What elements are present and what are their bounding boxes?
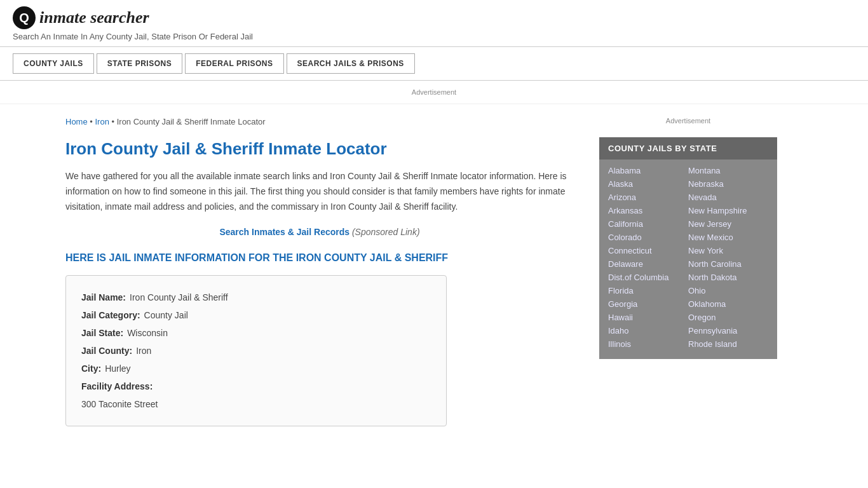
jail-name-value: Iron County Jail & Sheriff — [130, 288, 228, 306]
breadcrumb-separator2: • — [112, 117, 117, 126]
state-link[interactable]: Alabama — [608, 165, 688, 177]
state-link[interactable]: New Mexico — [688, 231, 768, 243]
breadcrumb: Home • Iron • Iron County Jail & Sheriff… — [65, 117, 574, 126]
state-col-right: MontanaNebraskaNevadaNew HampshireNew Je… — [688, 165, 768, 350]
state-columns: AlabamaAlaskaArizonaArkansasCaliforniaCo… — [599, 159, 777, 359]
jail-address-value-row: 300 Taconite Street — [81, 395, 431, 413]
state-link[interactable]: Oklahoma — [688, 298, 768, 310]
section-heading: HERE IS JAIL INMATE INFORMATION FOR THE … — [65, 252, 574, 264]
nav-search-jails[interactable]: SEARCH JAILS & PRISONS — [287, 53, 415, 74]
jail-category-row: Jail Category: County Jail — [81, 306, 431, 324]
state-link[interactable]: Hawaii — [608, 311, 688, 323]
state-link[interactable]: New Hampshire — [688, 205, 768, 217]
state-link[interactable]: California — [608, 218, 688, 230]
sidebar: Advertisement COUNTY JAILS BY STATE Alab… — [587, 104, 777, 439]
jail-address-row: Facility Address: — [81, 377, 431, 395]
jail-county-label: Jail County: — [81, 342, 132, 360]
main-layout: Home • Iron • Iron County Jail & Sheriff… — [53, 104, 815, 439]
jail-address-label: Facility Address: — [81, 377, 153, 395]
logo-circle-icon: Q — [13, 6, 36, 29]
breadcrumb-home[interactable]: Home — [65, 117, 88, 126]
jail-name-label: Jail Name: — [81, 288, 126, 306]
sponsored-link[interactable]: Search Inmates & Jail Records — [219, 227, 349, 237]
sponsored-note: (Sponsored Link) — [352, 227, 420, 237]
nav-state-prisons[interactable]: STATE PRISONS — [97, 53, 182, 74]
state-link[interactable]: Nevada — [688, 191, 768, 203]
ad-banner: Advertisement — [0, 81, 868, 104]
state-link[interactable]: New Jersey — [688, 218, 768, 230]
state-link[interactable]: Delaware — [608, 258, 688, 270]
state-box: COUNTY JAILS BY STATE AlabamaAlaskaArizo… — [599, 137, 777, 359]
logo-brand-text: inmate searcher — [39, 8, 149, 27]
state-link[interactable]: Alaska — [608, 178, 688, 190]
info-box: Jail Name: Iron County Jail & Sheriff Ja… — [65, 275, 447, 426]
jail-name-row: Jail Name: Iron County Jail & Sheriff — [81, 288, 431, 306]
state-box-title: COUNTY JAILS BY STATE — [599, 137, 777, 159]
state-link[interactable]: Colorado — [608, 231, 688, 243]
jail-county-value: Iron — [136, 342, 151, 360]
jail-city-label: City: — [81, 360, 101, 377]
state-link[interactable]: Oregon — [688, 311, 768, 323]
state-link[interactable]: Dist.of Columbia — [608, 271, 688, 283]
nav-federal-prisons[interactable]: FEDERAL PRISONS — [185, 53, 283, 74]
logo-area: Qinmate searcher — [13, 6, 855, 29]
state-link[interactable]: Rhode Island — [688, 338, 768, 350]
state-link[interactable]: Arizona — [608, 191, 688, 203]
jail-city-value: Hurley — [105, 360, 130, 377]
jail-category-label: Jail Category: — [81, 306, 140, 324]
tagline: Search An Inmate In Any County Jail, Sta… — [13, 32, 855, 41]
site-header: Qinmate searcher Search An Inmate In Any… — [0, 0, 868, 47]
state-link[interactable]: Pennsylvania — [688, 325, 768, 337]
state-link[interactable]: Nebraska — [688, 178, 768, 190]
jail-category-value: County Jail — [144, 306, 188, 324]
jail-county-row: Jail County: Iron — [81, 342, 431, 360]
page-description: We have gathered for you all the availab… — [65, 169, 574, 214]
state-link[interactable]: Idaho — [608, 325, 688, 337]
jail-state-row: Jail State: Wisconsin — [81, 324, 431, 342]
breadcrumb-current: Iron County Jail & Sheriff Inmate Locato… — [117, 117, 266, 126]
state-link[interactable]: Connecticut — [608, 245, 688, 257]
nav-county-jails[interactable]: COUNTY JAILS — [13, 53, 94, 74]
state-link[interactable]: Illinois — [608, 338, 688, 350]
state-link[interactable]: Georgia — [608, 298, 688, 310]
breadcrumb-state[interactable]: Iron — [95, 117, 109, 126]
sidebar-ad: Advertisement — [599, 117, 777, 125]
page-title: Iron County Jail & Sheriff Inmate Locato… — [65, 139, 574, 159]
state-link[interactable]: New York — [688, 245, 768, 257]
state-link[interactable]: Montana — [688, 165, 768, 177]
sponsored-link-area: Search Inmates & Jail Records (Sponsored… — [65, 227, 574, 237]
state-link[interactable]: North Carolina — [688, 258, 768, 270]
state-link[interactable]: Florida — [608, 285, 688, 297]
state-link[interactable]: Arkansas — [608, 205, 688, 217]
state-col-left: AlabamaAlaskaArizonaArkansasCaliforniaCo… — [608, 165, 688, 350]
nav-bar: COUNTY JAILS STATE PRISONS FEDERAL PRISO… — [0, 47, 868, 81]
content-area: Home • Iron • Iron County Jail & Sheriff… — [65, 104, 587, 439]
jail-state-value: Wisconsin — [127, 324, 168, 342]
jail-state-label: Jail State: — [81, 324, 123, 342]
state-link[interactable]: North Dakota — [688, 271, 768, 283]
state-link[interactable]: Ohio — [688, 285, 768, 297]
jail-address-value: 300 Taconite Street — [81, 395, 158, 413]
jail-city-row: City: Hurley — [81, 360, 431, 377]
